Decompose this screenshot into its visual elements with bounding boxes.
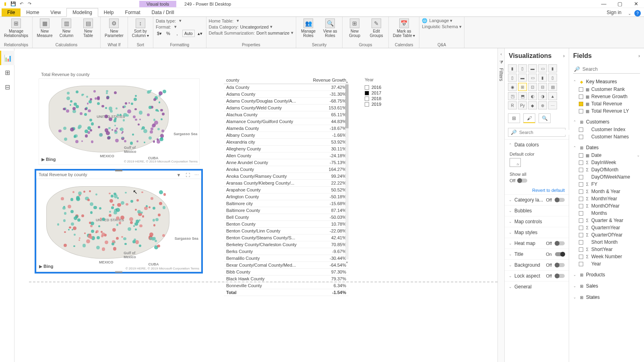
viz-type-icon[interactable]: ▭: [538, 64, 547, 72]
new-parameter-button[interactable]: ⚙NewParameter: [103, 18, 125, 39]
tab-home[interactable]: Home: [21, 8, 45, 16]
viz-type-icon[interactable]: ⊡: [528, 83, 537, 91]
section-general[interactable]: ⌄General: [505, 281, 569, 292]
search-input[interactable]: [519, 130, 575, 135]
fields-table-key_measures[interactable]: ⌃◆Key Measures: [573, 78, 640, 86]
field-item[interactable]: ΣQuarterOfYear: [573, 231, 640, 239]
table-row[interactable]: Berkeley County/Charleston County70.85%: [224, 241, 349, 248]
field-item[interactable]: Year: [573, 260, 640, 267]
home-table-dropdown[interactable]: Home Table: ▾: [209, 18, 294, 24]
filter-icon[interactable]: ▼: [175, 172, 182, 178]
new-measure-button[interactable]: ▦NewMeasure: [35, 18, 54, 39]
viz-type-icon[interactable]: ▬: [528, 64, 537, 72]
viz-type-icon[interactable]: ⊞: [518, 83, 527, 91]
section-heat-map[interactable]: ⌄Heat map Off: [505, 238, 569, 249]
field-item[interactable]: Months: [573, 210, 640, 217]
field-item[interactable]: Customer Names: [573, 133, 640, 140]
field-item[interactable]: DayOfWeekName: [573, 173, 640, 181]
table-header-county[interactable]: county: [224, 76, 307, 84]
viz-type-icon[interactable]: ▮: [538, 74, 547, 82]
viz-type-icon[interactable]: R: [508, 101, 517, 109]
maximize-icon[interactable]: ▢: [612, 0, 628, 8]
viz-type-icon[interactable]: ▮: [548, 64, 557, 72]
viz-type-icon[interactable]: ⬒: [518, 92, 527, 100]
table-row[interactable]: Anoka County164.27%: [224, 166, 349, 173]
save-icon[interactable]: 💾: [10, 1, 16, 7]
fields-search[interactable]: 🔎: [573, 65, 640, 74]
viz-type-icon[interactable]: ⋯: [548, 101, 557, 109]
table-row[interactable]: Bibb County97.30%: [224, 269, 349, 276]
comma-icon[interactable]: ,: [173, 30, 181, 37]
table-row[interactable]: Anoka County/Ramsey County99.24%: [224, 173, 349, 180]
map-visual-1[interactable]: Total Revenue by county UNITED STATES ME…: [39, 70, 200, 165]
table-row[interactable]: Benton County/Linn County-22.08%: [224, 228, 349, 234]
table-header-growth[interactable]: Revenue Growth: [307, 76, 349, 84]
viz-type-icon[interactable]: ▯: [508, 74, 517, 82]
section-title[interactable]: ⌄Title On: [505, 249, 569, 259]
tab-view[interactable]: View: [45, 8, 66, 16]
viz-type-icon[interactable]: ▤: [548, 83, 557, 91]
field-item[interactable]: ▦Total Revenue: [573, 100, 640, 107]
table-row[interactable]: Berks County-9.67%: [224, 248, 349, 255]
help-icon[interactable]: ?: [634, 10, 641, 16]
report-view-icon[interactable]: 📊: [0, 51, 14, 65]
linguistic-schema-dropdown[interactable]: Linguistic Schema ▾: [422, 24, 461, 30]
field-item[interactable]: ▦Revenue Growth: [573, 93, 640, 100]
mark-date-table-button[interactable]: 📅Mark asDate Table ▾: [391, 18, 417, 39]
table-row[interactable]: Bonneville County6.34%: [224, 282, 349, 289]
section-lock-aspect[interactable]: ⌄Lock aspect Off: [505, 270, 569, 281]
slicer-item[interactable]: 2018: [365, 96, 397, 101]
viz-type-icon[interactable]: ⊟: [538, 83, 547, 91]
table-row[interactable]: Arapahoe County50.52%: [224, 187, 349, 193]
field-item[interactable]: ▦Total Revenue LY: [573, 107, 640, 115]
field-item[interactable]: ΣMonthnYear: [573, 195, 640, 202]
table-visual[interactable]: county Revenue Growth Ada County37.42%Ad…: [224, 76, 349, 267]
show-all-toggle[interactable]: [518, 179, 527, 183]
field-item[interactable]: ΣDayInWeek: [573, 159, 640, 166]
table-row[interactable]: Adams County-31.30%: [224, 91, 349, 98]
tab-data-drill[interactable]: Data / Drill: [146, 8, 180, 16]
tab-modeling[interactable]: Modeling: [66, 8, 98, 17]
new-group-button[interactable]: ⊞NewGroup: [345, 18, 364, 39]
fields-table-customers[interactable]: ⌃⊞Customers: [573, 118, 640, 126]
viz-type-icon[interactable]: ▭: [528, 74, 537, 82]
table-row[interactable]: Benton County/Stearns County/S...42.41%: [224, 234, 349, 241]
field-item[interactable]: ΣQuarter & Year: [573, 217, 640, 224]
new-table-button[interactable]: ▤NewTable: [78, 18, 98, 39]
table-row[interactable]: Adams County/Douglas County/A...-68.75%: [224, 98, 349, 105]
minimize-icon[interactable]: —: [596, 0, 612, 8]
view-as-roles-button[interactable]: 🔍View asRoles: [320, 18, 340, 39]
fields-table-dates[interactable]: ⌃⊞Dates: [573, 144, 640, 152]
format-well-icon[interactable]: 🖌: [523, 113, 535, 123]
fields-table-sales[interactable]: ⌄⊞Sales: [573, 282, 640, 290]
map-visual-2[interactable]: Total Revenue by county ▼ ⛶ ⋯ UNITED STA…: [35, 169, 203, 274]
field-item[interactable]: Short Month: [573, 239, 640, 246]
field-item[interactable]: ▦Date⌄: [573, 152, 640, 159]
fields-table-states[interactable]: ⌄⊞States: [573, 293, 640, 301]
search-input[interactable]: [582, 66, 643, 72]
collapse-pane-icon[interactable]: ›: [638, 53, 640, 59]
viz-type-icon[interactable]: ▲: [548, 92, 557, 100]
viz-type-icon[interactable]: ▯: [548, 74, 557, 82]
close-icon[interactable]: ✕: [628, 0, 644, 8]
tab-format[interactable]: Format: [120, 8, 146, 16]
section-category-labels[interactable]: ⌄Category la... Off: [505, 194, 569, 205]
table-row[interactable]: Alexandria city53.92%: [224, 139, 349, 146]
decimals-spinner[interactable]: ▴▾: [196, 30, 204, 37]
report-canvas[interactable]: Total Revenue by county UNITED STATES ME…: [14, 48, 497, 362]
data-view-icon[interactable]: ⊞: [0, 65, 14, 80]
table-row[interactable]: Aransas County/Kleberg County/...22.22%: [224, 180, 349, 187]
viz-type-icon[interactable]: ◉: [508, 83, 517, 91]
table-row[interactable]: Alamance County/Guilford County44.83%: [224, 118, 349, 125]
table-row[interactable]: Bernalillo County-30.44%: [224, 255, 349, 262]
default-color-swatch[interactable]: [510, 158, 521, 167]
percent-icon[interactable]: %: [165, 30, 172, 37]
table-row[interactable]: Allen County-24.18%: [224, 152, 349, 159]
year-slicer[interactable]: Year 2016201720182019: [365, 77, 397, 107]
table-row[interactable]: Bexar County/Comal County/Med...-64.54%: [224, 262, 349, 269]
field-item[interactable]: ΣMonthOfYear: [573, 202, 640, 210]
field-item[interactable]: ΣDayOfMonth: [573, 166, 640, 173]
field-item[interactable]: Customer Index: [573, 126, 640, 133]
viz-type-icon[interactable]: ◐: [528, 92, 537, 100]
currency-icon[interactable]: $▾: [156, 30, 163, 37]
